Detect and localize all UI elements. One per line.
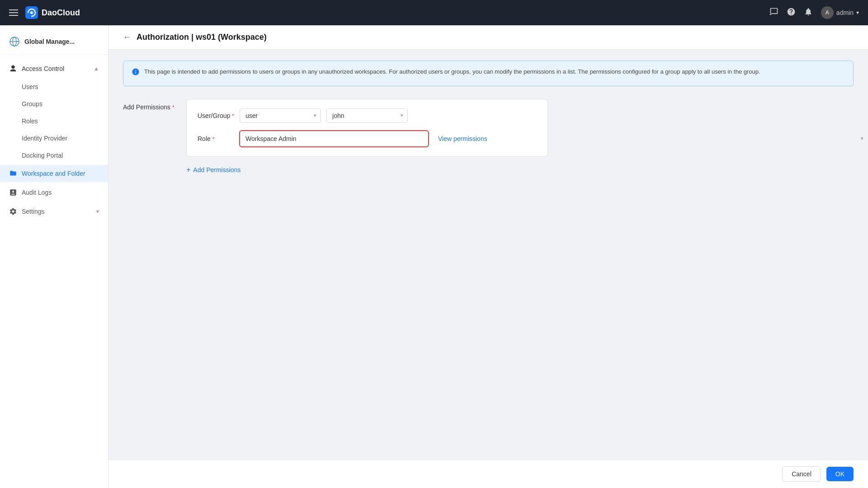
workspace-folder-label: Workspace and Folder xyxy=(22,170,85,177)
view-permissions-link[interactable]: View permissions xyxy=(438,135,487,142)
role-field-label: Role * xyxy=(198,135,234,142)
ok-button[interactable]: OK xyxy=(826,467,854,481)
user-group-type-wrapper: user group ▾ xyxy=(240,108,321,123)
help-icon[interactable] xyxy=(787,7,796,19)
user-name: admin xyxy=(836,9,854,16)
role-select[interactable]: Workspace Admin Workspace Editor Workspa… xyxy=(244,133,425,145)
add-permissions-form-label: Add Permissions * xyxy=(123,99,186,157)
chat-icon[interactable] xyxy=(769,7,778,19)
user-chevron-icon: ▾ xyxy=(856,9,859,16)
audit-logs-icon xyxy=(9,188,17,197)
page-title: Authorization | ws01 (Workspace) xyxy=(137,33,267,42)
info-icon xyxy=(132,68,140,80)
sidebar-brand: Global Manage... xyxy=(0,33,108,55)
user-group-name-select[interactable]: john alice bob xyxy=(326,108,408,123)
workspace-folder-icon xyxy=(9,169,17,178)
bell-icon[interactable] xyxy=(804,7,813,19)
app-name: DaoCloud xyxy=(42,8,80,18)
sidebar-item-docking-portal[interactable]: Docking Portal xyxy=(0,148,108,163)
add-another-permissions-link[interactable]: + Add Permissions xyxy=(186,164,241,176)
user-group-name-wrapper: john alice bob ▾ xyxy=(326,108,408,123)
topnav-left: DaoCloud xyxy=(9,6,80,19)
access-control-label: Access Control xyxy=(22,65,64,72)
audit-logs-label: Audit Logs xyxy=(22,189,52,196)
form-card: User/Group * user group ▾ j xyxy=(186,99,548,157)
cancel-button[interactable]: Cancel xyxy=(782,466,821,482)
role-select-wrapper: Workspace Admin Workspace Editor Workspa… xyxy=(239,130,429,147)
logo-icon xyxy=(25,6,38,19)
sidebar-item-workspace-folder[interactable]: Workspace and Folder xyxy=(0,165,108,182)
access-control-icon xyxy=(9,65,17,73)
topnav-right: A admin ▾ xyxy=(769,6,859,19)
sidebar-item-identity-provider[interactable]: Identity Provider xyxy=(0,131,108,146)
user-menu[interactable]: A admin ▾ xyxy=(821,6,859,19)
role-chevron-icon: ▾ xyxy=(861,136,863,141)
user-group-field-label: User/Group * xyxy=(198,112,234,119)
sidebar-item-groups[interactable]: Groups xyxy=(0,96,108,112)
main-content: ← Authorization | ws01 (Workspace) This … xyxy=(108,25,868,488)
settings-label: Settings xyxy=(22,208,45,215)
page-header: ← Authorization | ws01 (Workspace) xyxy=(108,25,868,50)
settings-chevron-icon: ▾ xyxy=(96,208,99,215)
user-avatar: A xyxy=(821,6,834,19)
sidebar-item-audit-logs[interactable]: Audit Logs xyxy=(0,184,108,201)
hamburger-menu[interactable] xyxy=(9,9,18,16)
svg-point-1 xyxy=(30,11,33,14)
sidebar-item-settings[interactable]: Settings ▾ xyxy=(0,203,108,220)
user-group-row: User/Group * user group ▾ j xyxy=(198,108,537,123)
topnav: DaoCloud A admin ▾ xyxy=(0,0,868,25)
app-logo: DaoCloud xyxy=(25,6,80,19)
sidebar-item-access-control[interactable]: Access Control ▲ xyxy=(0,60,108,77)
page-footer: Cancel OK xyxy=(108,460,868,488)
user-group-type-select[interactable]: user group xyxy=(240,108,321,123)
required-star: * xyxy=(172,104,175,111)
role-row: Role * Workspace Admin Workspace Editor … xyxy=(198,130,537,147)
sidebar-item-roles[interactable]: Roles xyxy=(0,113,108,129)
page-body: This page is intended to add permissions… xyxy=(108,50,868,460)
info-text: This page is intended to add permissions… xyxy=(144,67,760,77)
main-layout: Global Manage... Access Control ▲ Users … xyxy=(0,25,868,488)
plus-icon: + xyxy=(186,166,190,174)
sidebar-brand-label: Global Manage... xyxy=(24,38,75,45)
global-manage-icon xyxy=(9,36,20,47)
back-button[interactable]: ← xyxy=(123,33,131,42)
settings-icon xyxy=(9,207,17,216)
form-section: Add Permissions * User/Group * user xyxy=(123,99,854,157)
sidebar: Global Manage... Access Control ▲ Users … xyxy=(0,25,108,488)
sidebar-item-users[interactable]: Users xyxy=(0,79,108,94)
access-control-chevron: ▲ xyxy=(94,66,99,72)
info-box: This page is intended to add permissions… xyxy=(123,61,854,86)
add-permissions-label: Add Permissions xyxy=(193,166,241,174)
